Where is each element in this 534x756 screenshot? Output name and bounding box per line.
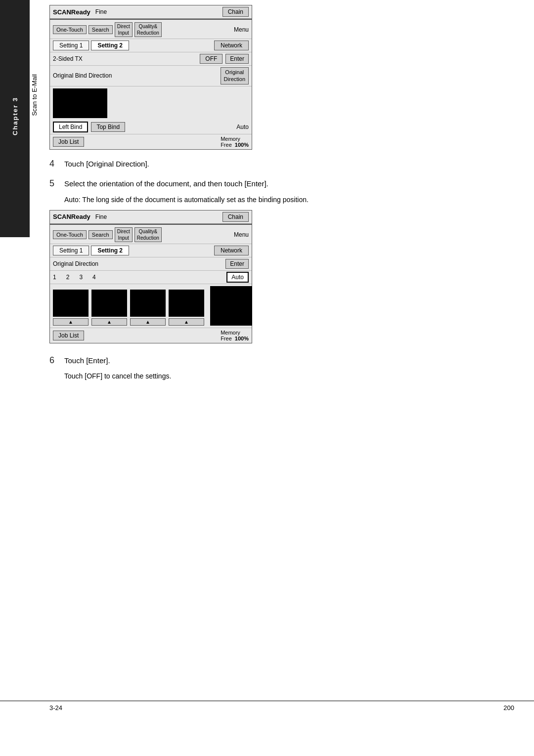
step4-text: Touch [Original Direction]. (64, 159, 149, 170)
step6-row: 6 Touch [Enter]. (49, 355, 514, 367)
panel2-arrow-btn-3[interactable]: ▲ (130, 318, 166, 326)
panel1-2sided-label: 2-Sided TX (53, 55, 197, 62)
panel2-enter-button[interactable]: Enter (225, 259, 249, 269)
panel2-setting1-tab[interactable]: Setting 1 (53, 246, 89, 255)
panel1-2sided-row: 2-Sided TX OFF Enter (50, 52, 252, 66)
panel2-auto-button[interactable]: Auto (226, 272, 249, 283)
panel1-enter-button[interactable]: Enter (225, 54, 249, 64)
panel1-tab-row: Setting 1 Setting 2 Network (50, 39, 252, 52)
panel1-scan-ready: SCANReady (53, 8, 90, 16)
scanner-panel-2: SCANReady Fine Chain One-Touch Search Di… (49, 210, 252, 343)
panel2-doc-preview-1 (53, 290, 89, 317)
panel2-img-col-3: ▲ (130, 290, 166, 326)
panel1-network-tab[interactable]: Network (214, 41, 249, 50)
panel2-scan-ready: SCANReady (53, 213, 90, 220)
panel2-search-button[interactable]: Search (89, 230, 113, 239)
panel2-numbers-row: 1 2 3 4 Auto (50, 271, 252, 284)
panel1-one-touch-button[interactable]: One-Touch (53, 25, 87, 34)
panel2-chain-button[interactable]: Chain (222, 212, 249, 222)
panel1-menu-label: Menu (234, 26, 249, 33)
section-label: Scan to E-Mail (31, 74, 38, 116)
panel2-num3: 3 (79, 274, 83, 281)
step6-text: Touch [Enter]. (64, 355, 110, 367)
panel2-menu-label: Menu (234, 231, 249, 238)
panel2-quality-reduction-button[interactable]: Quality&Reduction (134, 227, 162, 242)
panel2-num1: 1 (53, 274, 56, 281)
panel1-job-list-button[interactable]: Job List (53, 137, 84, 147)
panel2-doc-preview-2 (91, 290, 127, 317)
panel1-auto-label: Auto (236, 124, 249, 130)
panel2-orig-dir-row: Original Direction Enter (50, 257, 252, 271)
panel1-bind-direction-row: Original Bind Direction OriginalDirectio… (50, 66, 252, 86)
panel1-bind-direction-label: Original Bind Direction (53, 72, 218, 79)
panel2-job-list-button[interactable]: Job List (53, 331, 84, 340)
panel1-setting1-tab[interactable]: Setting 1 (53, 41, 89, 50)
panel1-divider (50, 19, 252, 20)
panel1-quality-reduction-button[interactable]: Quality&Reduction (134, 22, 162, 37)
panel2-memory-pct: 100% (235, 336, 249, 341)
panel2-top-bar: SCANReady Fine Chain (50, 210, 252, 224)
panel2-direct-input-button[interactable]: DirectInput (115, 227, 133, 242)
step4-number: 4 (49, 159, 64, 169)
panel1-document-preview (53, 88, 107, 118)
panel1-menu-row: One-Touch Search DirectInput Quality&Red… (50, 21, 252, 39)
footer: 3-24 200 (0, 701, 534, 712)
panel2-img-col-1: ▲ (53, 290, 89, 326)
panel1-memory-pct: 100% (235, 142, 249, 148)
panel2-tab-row: Setting 1 Setting 2 Network (50, 244, 252, 257)
panel2-auto-preview (210, 286, 252, 326)
chapter-label: Chapter 3 (11, 97, 19, 135)
panel2-memory-label: MemoryFree 100% (221, 330, 249, 341)
panel1-direct-input-button[interactable]: DirectInput (115, 22, 133, 37)
panel1-memory-label: MemoryFree 100% (221, 136, 249, 148)
panel2-arrow-btn-4[interactable]: ▲ (169, 318, 204, 326)
panel1-off-button[interactable]: OFF (200, 54, 222, 64)
panel2-menu-row: One-Touch Search DirectInput Quality&Red… (50, 226, 252, 244)
step5-text: Select the orientation of the document, … (64, 178, 268, 190)
scanner-panel-1: SCANReady Fine Chain One-Touch Search Di… (49, 5, 252, 150)
panel1-top-bar: SCANReady Fine Chain (50, 5, 252, 19)
panel1-left-bind-button[interactable]: Left Bind (53, 122, 88, 132)
panel2-arrow-btn-1[interactable]: ▲ (53, 318, 89, 326)
panel1-bind-buttons-row: Left Bind Top Bind Auto (50, 120, 252, 134)
step6-number: 6 (49, 355, 64, 366)
panel1-chain-button[interactable]: Chain (222, 7, 249, 17)
footer-page-right: 200 (503, 704, 514, 712)
panel2-doc-preview-4 (169, 290, 204, 317)
panel2-images-row: ▲ ▲ ▲ ▲ (50, 284, 252, 328)
panel2-num2: 2 (66, 274, 70, 281)
panel2-one-touch-button[interactable]: One-Touch (53, 230, 87, 239)
panel2-orig-dir-label: Original Direction (53, 260, 222, 267)
panel1-setting2-tab[interactable]: Setting 2 (91, 41, 129, 50)
panel2-network-tab[interactable]: Network (214, 246, 249, 255)
panel2-arrow-btn-2[interactable]: ▲ (91, 318, 127, 326)
panel1-fine: Fine (95, 8, 107, 15)
step6-sub: Touch [OFF] to cancel the settings. (64, 371, 514, 381)
panel2-doc-preview-3 (130, 290, 166, 317)
step5-row: 5 Select the orientation of the document… (49, 178, 514, 190)
panel2-fine: Fine (95, 213, 107, 220)
panel2-bottom-row: Job List MemoryFree 100% (50, 328, 252, 343)
step5-number: 5 (49, 178, 64, 189)
panel2-img-col-4: ▲ (169, 290, 204, 326)
panel1-bottom-row: Job List MemoryFree 100% (50, 134, 252, 149)
step4-row: 4 Touch [Original Direction]. (49, 159, 514, 170)
panel1-original-direction-button[interactable]: OriginalDirection (221, 67, 249, 84)
panel2-img-col-2: ▲ (91, 290, 127, 326)
panel2-setting2-tab[interactable]: Setting 2 (91, 246, 129, 255)
step5-sub: Auto: The long side of the document is a… (64, 195, 514, 205)
main-content: SCANReady Fine Chain One-Touch Search Di… (49, 0, 534, 381)
sidebar: Chapter 3 (0, 0, 30, 237)
footer-page-left: 3-24 (49, 704, 62, 712)
panel2-divider (50, 224, 252, 225)
panel1-search-button[interactable]: Search (89, 25, 113, 34)
panel1-top-bind-button[interactable]: Top Bind (91, 122, 125, 132)
panel2-num4: 4 (92, 274, 96, 281)
